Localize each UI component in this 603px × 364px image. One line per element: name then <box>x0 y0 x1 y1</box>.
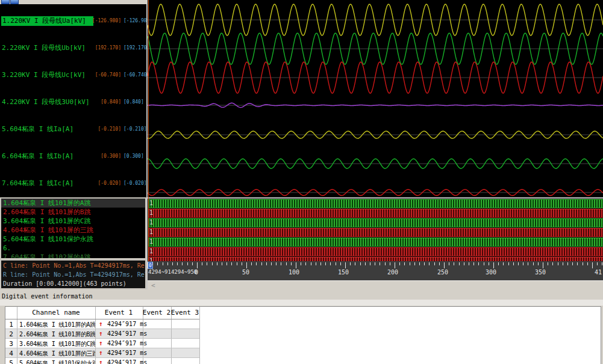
table-column-header: Event 3 <box>149 309 221 316</box>
ruler-tick <box>563 262 563 265</box>
table-channel-name[interactable]: 5.604柘泉 I 线101保护永跳 <box>19 359 95 364</box>
ruler-tick <box>222 262 222 265</box>
ruler-tick <box>340 262 341 265</box>
cursor-value: [-0.020] <box>72 179 121 188</box>
ruler-tick <box>503 262 504 265</box>
ruler-time-label: 41 <box>595 269 602 276</box>
digital-channel-label[interactable]: 6. <box>1 244 145 253</box>
time-cursor-line[interactable] <box>148 0 149 261</box>
event-rising-arrow-icon: ↑ <box>99 320 103 328</box>
digital-trace-bar: 1 <box>148 218 603 227</box>
digital-trace-bar: 1 <box>148 199 603 208</box>
ruler-tick <box>498 262 499 265</box>
event-info-section: Digital event information Channel nameEv… <box>0 289 603 364</box>
ruler-tick <box>508 262 509 265</box>
ruler-tick <box>202 262 202 265</box>
analog-channel-row[interactable]: 2.220KV I 段母线Ub[kV][192.170][192.170] <box>0 43 146 53</box>
toolbar-button-2[interactable] <box>10 0 19 4</box>
event-rising-arrow-icon: ↑ <box>99 339 103 347</box>
cursor-value: [192.170] <box>72 43 121 53</box>
ruler-tick <box>552 262 553 265</box>
ruler-tick <box>484 262 484 265</box>
ruler-tick <box>464 262 464 265</box>
digital-channel-label[interactable]: 5.604柘泉 I 线101保护永跳 <box>1 235 145 244</box>
ruler-tick <box>192 262 193 265</box>
digital-state-value: 1 <box>149 247 153 255</box>
ruler-tick <box>410 262 410 265</box>
toolbar-button-1[interactable] <box>1 0 10 4</box>
ruler-time-label: 100 <box>289 269 299 276</box>
ruler-tick <box>375 262 375 265</box>
digital-event-table[interactable]: Channel nameEvent 1Event 2Event 311.604柘… <box>5 306 601 364</box>
digital-channel-label[interactable]: 3.604柘泉 I 线101屏的C跳 <box>1 217 145 226</box>
ruler-tick <box>296 262 296 268</box>
ruler-tick <box>414 262 415 265</box>
digital-state-value: 1 <box>149 209 153 217</box>
analog-waveform-canvas[interactable] <box>148 0 603 197</box>
table-row-number: 4 <box>5 350 17 357</box>
digital-channel-label[interactable]: 7.604柘泉 I 线102屏的A跳 <box>1 253 145 259</box>
digital-trace-bar: 1 <box>148 238 603 247</box>
ruler-tick <box>434 262 435 265</box>
analog-channel-label[interactable]: 5.604柘泉 I 线Ia[A] <box>2 125 73 134</box>
table-row-number: 5 <box>5 359 17 364</box>
analog-channel-row[interactable]: 6.604柘泉 I 线Ib[A][0.300][0.300] <box>0 152 146 161</box>
cursor-value: [0.840] <box>72 97 121 107</box>
analog-channel-row[interactable]: 3.220KV I 段母线Uc[kV][-60.740][-60.740] <box>0 70 146 80</box>
time-ruler[interactable]: 0 4294~914294~95005010015020025030035041 <box>148 261 603 280</box>
ruler-tick <box>281 262 281 265</box>
ruler-tick <box>587 262 588 265</box>
digital-label-list[interactable]: 1.604柘泉 I 线101屏的A跳2.604柘泉 I 线101屏的B跳3.60… <box>0 197 146 259</box>
digital-trace-bar: 1 <box>148 257 603 261</box>
analog-channel-row[interactable]: 4.220KV I 段母线3U0[kV][0.840][0.840] <box>0 97 146 107</box>
analog-channel-row[interactable]: 5.604柘泉 I 线Ia[A][-0.210][-0.210] <box>0 125 146 134</box>
digital-channel-label[interactable]: 4.604柘泉 I 线101屏的三跳 <box>1 226 145 235</box>
event-info-title: Digital event information <box>2 293 93 300</box>
digital-trace-pane[interactable]: 1111111 <box>148 199 603 261</box>
ref-value: [192.170] <box>123 43 146 53</box>
digital-channel-label[interactable]: 2.604柘泉 I 线101屏的B跳 <box>1 208 145 217</box>
event-info-strip <box>0 300 603 306</box>
cursor-value: [-126.980] <box>72 16 121 26</box>
ruler-tick <box>197 262 198 268</box>
ref-value: [-0.020] <box>123 179 146 188</box>
table-channel-name[interactable]: 3.604柘泉 I 线101屏的C跳 <box>19 340 95 348</box>
ruler-tick <box>330 262 331 265</box>
ruler-tick <box>311 262 311 265</box>
ref-value: [-60.740] <box>123 70 146 80</box>
analog-channel-row[interactable]: 7.604柘泉 I 线Ic[A][-0.020][-0.020] <box>0 179 146 188</box>
table-channel-name[interactable]: 1.604柘泉 I 线101屏的A跳 <box>19 321 95 329</box>
ruler-tick <box>558 262 558 265</box>
waveform-panel[interactable]: 1111111 0 4294~914294~950050100150200250… <box>148 0 603 289</box>
ruler-tick <box>242 262 242 265</box>
ruler-tick <box>256 262 257 265</box>
analog-channel-label[interactable]: 7.604柘泉 I 线Ic[A] <box>2 179 73 188</box>
scroll-left-arrow-icon[interactable]: < <box>151 282 155 289</box>
ruler-tick <box>157 262 158 265</box>
ruler-tick <box>365 262 366 265</box>
ruler-tick <box>404 262 405 265</box>
digital-channel-label[interactable]: 1.604柘泉 I 线101屏的A跳 <box>1 199 145 208</box>
ruler-tick <box>543 262 543 268</box>
ruler-tick <box>305 262 306 265</box>
analog-channel-row[interactable]: 1.220KV I 段母线Ua[kV][-126.980][-126.980] <box>0 16 146 26</box>
table-row-number: 3 <box>5 340 17 348</box>
analog-channel-label[interactable]: 6.604柘泉 I 线Ib[A] <box>2 152 73 161</box>
ruler-tick <box>518 262 519 265</box>
duration-status: Duration [0:00.412000](463 points) <box>3 280 127 287</box>
ruler-tick <box>390 262 390 265</box>
ruler-tick <box>345 262 346 268</box>
table-channel-name[interactable]: 4.604柘泉 I 线101屏的三跳 <box>19 350 95 358</box>
ruler-tick <box>163 262 163 265</box>
ruler-tick <box>177 262 178 265</box>
ruler-tick <box>325 262 326 265</box>
table-channel-name[interactable]: 2.604柘泉 I 线101屏的B跳 <box>19 330 95 339</box>
ruler-tick <box>266 262 267 265</box>
horizontal-scrollbar[interactable]: < <box>148 280 603 290</box>
ruler-tick <box>399 262 400 265</box>
ruler-tick <box>533 262 534 265</box>
ruler-time-label: 350 <box>535 269 546 276</box>
ruler-tick <box>473 262 474 265</box>
event1-time: 4294″917 ms <box>107 359 147 364</box>
event-rising-arrow-icon: ↑ <box>99 349 103 357</box>
